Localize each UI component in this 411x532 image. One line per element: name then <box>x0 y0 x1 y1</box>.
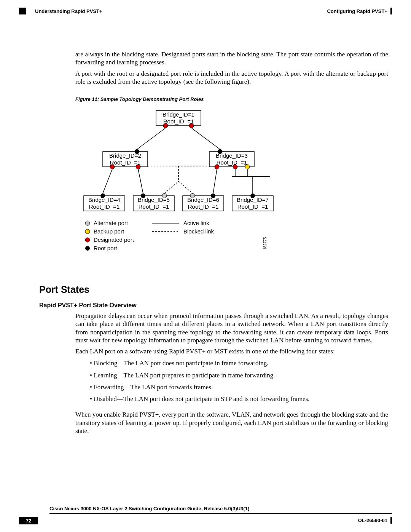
active-link <box>191 128 220 149</box>
designated-port-icon <box>233 165 237 169</box>
bridge-box-5: Bridge_ID=5 Root_ID =1 <box>133 196 174 211</box>
legend-active: Active link <box>183 220 209 226</box>
designated-port-icon <box>163 123 168 128</box>
root-port-icon <box>141 193 145 198</box>
footer-doc-id: OL-26590-01 <box>358 517 392 524</box>
figure-caption: Figure 11: Sample Topology Demonstrating… <box>75 96 388 102</box>
topology-diagram: Bridge_ID=1 Root_ID =1 Bridge_ID=2 Root_… <box>80 109 278 268</box>
designated-port-icon <box>215 165 219 169</box>
page-header: Understanding Rapid PVST+ Configuring Ra… <box>19 8 392 14</box>
legend-blocked: Blocked link <box>183 228 214 235</box>
bridge-4-line1: Bridge_ID=4 <box>88 197 120 203</box>
bridge-1-line2: Root_ID =1 <box>163 118 194 125</box>
designated-port-icon <box>189 123 194 128</box>
designated-port-icon <box>85 238 90 242</box>
blocked-link <box>164 181 178 193</box>
footer-doc-label: OL-26590-01 <box>358 518 387 523</box>
bridge-box-6: Bridge_ID=6 Root_ID =1 <box>183 196 224 211</box>
list-item: Blocking—The LAN port does not participa… <box>90 359 388 367</box>
footer-page-number: 72 <box>19 517 38 524</box>
paragraph: When you enable Rapid PVST+, every port … <box>75 411 388 435</box>
diagram-legend: Alternate port Backup port Designated po… <box>85 220 214 251</box>
footer-rule <box>49 513 392 514</box>
bridge-2-line2: Root_ID =1 <box>110 159 140 166</box>
paragraph: Each LAN port on a software using Rapid … <box>75 347 388 355</box>
backup-port-icon <box>85 229 90 234</box>
backup-port-icon <box>245 165 250 169</box>
designated-port-icon <box>110 165 115 169</box>
bridge-box-4: Bridge_ID=4 Root_ID =1 <box>84 196 125 211</box>
header-section-title: Understanding Rapid PVST+ <box>35 8 102 14</box>
alternate-port-icon <box>85 221 90 225</box>
list-item: Disabled—The LAN port does not participa… <box>90 395 388 403</box>
root-port-icon <box>85 246 90 251</box>
bridge-6-line2: Root_ID =1 <box>188 203 218 210</box>
root-port-icon <box>211 193 215 198</box>
root-port-icon <box>218 149 222 154</box>
paragraph: A port with the root or a designated por… <box>75 70 388 86</box>
active-link <box>137 128 166 149</box>
subsection-heading-overview: Rapid PVST+ Port State Overview <box>39 302 388 309</box>
active-link <box>103 169 112 193</box>
bridge-7-line2: Root_ID =1 <box>237 203 268 210</box>
paragraph: Propagation delays can occur when protoc… <box>75 312 388 344</box>
paragraph: are always in the blocking state. Design… <box>75 50 388 67</box>
list-item: Learning—The LAN port prepares to partic… <box>90 371 388 379</box>
blocked-link <box>178 181 193 193</box>
bridge-1-line1: Bridge_ID=1 <box>162 111 194 118</box>
bridge-box-2: Bridge_ID=2 Root_ID =1 <box>103 152 148 167</box>
root-port-icon <box>250 193 255 198</box>
designated-port-icon <box>136 165 140 169</box>
list-item: Forwarding—The LAN port forwards frames. <box>90 383 388 391</box>
legend-designated: Designated port <box>94 236 134 243</box>
state-list: Blocking—The LAN port does not participa… <box>90 359 388 403</box>
header-right: Configuring Rapid PVST+ <box>327 8 392 14</box>
diagram-svg: Bridge_ID=1 Root_ID =1 Bridge_ID=2 Root_… <box>80 109 278 268</box>
legend-backup: Backup port <box>94 228 124 235</box>
page-content: are always in the blocking state. Design… <box>75 50 388 438</box>
active-link <box>138 169 143 193</box>
bridge-4-line2: Root_ID =1 <box>89 203 119 210</box>
active-link <box>213 169 217 193</box>
alternate-port-icon <box>190 193 195 198</box>
bridge-3-line2: Root_ID =1 <box>217 159 247 166</box>
bridge-box-1: Bridge_ID=1 Root_ID =1 <box>156 110 201 126</box>
header-marker-icon <box>19 8 26 14</box>
footer-book-title: Cisco Nexus 3000 NX-OS Layer 2 Switching… <box>49 506 249 511</box>
section-heading-port-states: Port States <box>39 284 388 295</box>
header-chapter-title: Configuring Rapid PVST+ <box>327 8 387 14</box>
root-port-icon <box>100 193 105 198</box>
alternate-port-icon <box>162 193 167 198</box>
legend-root: Root port <box>94 245 118 251</box>
root-port-icon <box>135 149 139 154</box>
footer-right-marker-icon <box>390 517 392 524</box>
bridge-5-line2: Root_ID =1 <box>139 203 169 210</box>
legend-alternate: Alternate port <box>94 220 128 226</box>
diagram-image-number: 182775 <box>263 237 267 250</box>
header-right-marker-icon <box>390 8 392 14</box>
